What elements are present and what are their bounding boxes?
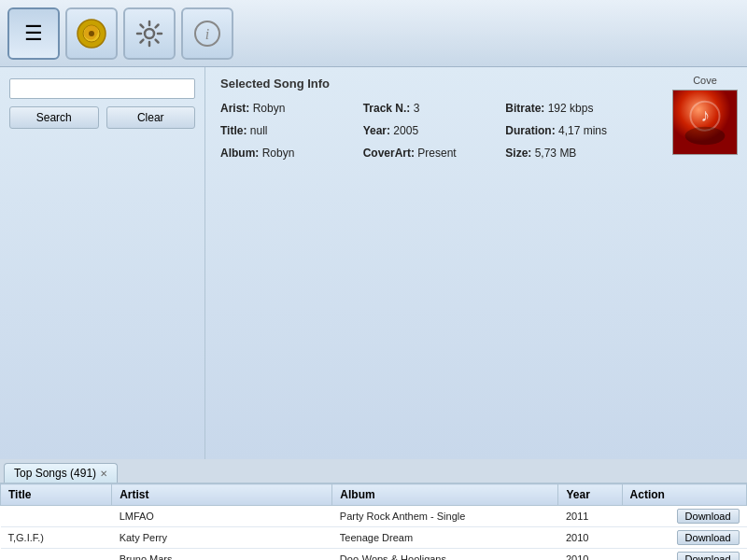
tab-close-button[interactable]: ✕ <box>100 469 107 479</box>
toolbar-music-button[interactable] <box>65 7 118 60</box>
tab-bar: Top Songs (491) ✕ <box>0 459 747 483</box>
cell-year: 2010 <box>558 549 622 561</box>
toolbar-info-button[interactable]: i <box>181 7 233 60</box>
toolbar-settings-button[interactable] <box>123 7 176 60</box>
track-field: Track N.: 3 <box>363 100 506 117</box>
main-area: Search Clear Selected Song Info Arist: R… <box>0 67 747 459</box>
download-button[interactable]: Download <box>677 530 740 545</box>
cell-action: Download <box>622 549 746 561</box>
cell-title <box>1 549 112 561</box>
cell-year: 2011 <box>558 506 622 527</box>
cell-action: Download <box>622 506 746 527</box>
cell-artist: LMFAO <box>112 506 332 527</box>
table-row: Bruno Mars Doo-Wops & Hooligans 2010 Dow… <box>1 549 747 561</box>
songs-table-container[interactable]: Title Artist Album Year Action LMFAO Par… <box>0 483 747 560</box>
col-year: Year <box>558 484 622 506</box>
song-info-grid: Arist: Robyn Track N.: 3 Bitrate: 192 kb… <box>220 100 648 161</box>
bitrate-field: Bitrate: 192 kbps <box>505 100 648 117</box>
cell-year: 2010 <box>558 527 622 549</box>
cell-title <box>1 506 112 527</box>
svg-point-8 <box>685 127 726 145</box>
top-songs-tab[interactable]: Top Songs (491) ✕ <box>4 463 118 483</box>
table-row: T,G.I.F.) Katy Perry Teenage Dream 2010 … <box>1 527 747 549</box>
title-field: Title: null <box>220 122 363 139</box>
table-header-row: Title Artist Album Year Action <box>1 484 747 506</box>
song-info-title: Selected Song Info <box>220 77 648 91</box>
size-field: Size: 5,73 MB <box>505 145 648 161</box>
svg-text:i: i <box>205 26 209 42</box>
artist-field: Arist: Robyn <box>220 100 363 117</box>
cell-artist: Bruno Mars <box>112 549 332 561</box>
year-field: Year: 2005 <box>363 122 506 139</box>
download-button[interactable]: Download <box>677 552 740 560</box>
songs-table: Title Artist Album Year Action LMFAO Par… <box>0 483 747 560</box>
col-title: Title <box>1 484 112 506</box>
cell-album: Doo-Wops & Hooligans <box>332 549 558 561</box>
col-album: Album <box>332 484 558 506</box>
toolbar-menu-button[interactable]: ☰ <box>7 7 60 60</box>
clear-button[interactable]: Clear <box>106 106 196 129</box>
cover-area: Cove ♪ <box>663 67 747 459</box>
cell-action: Download <box>622 527 746 549</box>
cover-label: Cove <box>693 75 717 86</box>
album-field: Album: Robyn <box>220 145 363 161</box>
tab-label: Top Songs (491) <box>14 467 96 480</box>
toolbar: ☰ i <box>0 0 747 67</box>
coverart-field: CoverArt: Present <box>363 145 506 161</box>
cover-image: ♪ <box>672 90 738 155</box>
table-row: LMFAO Party Rock Anthem - Single 2011 Do… <box>1 506 747 527</box>
svg-text:♪: ♪ <box>700 105 710 125</box>
search-button[interactable]: Search <box>9 106 99 129</box>
svg-point-3 <box>145 29 154 38</box>
download-button[interactable]: Download <box>677 509 740 524</box>
sidebar: Search Clear <box>0 67 205 459</box>
col-artist: Artist <box>112 484 332 506</box>
search-input[interactable] <box>9 78 195 99</box>
cell-album: Teenage Dream <box>332 527 558 549</box>
svg-point-2 <box>89 31 94 36</box>
cell-album: Party Rock Anthem - Single <box>332 506 558 527</box>
cell-artist: Katy Perry <box>112 527 332 549</box>
song-info-panel: Selected Song Info Arist: Robyn Track N.… <box>205 67 663 459</box>
cell-title: T,G.I.F.) <box>1 527 112 549</box>
col-action: Action <box>622 484 746 506</box>
duration-field: Duration: 4,17 mins <box>505 122 648 139</box>
